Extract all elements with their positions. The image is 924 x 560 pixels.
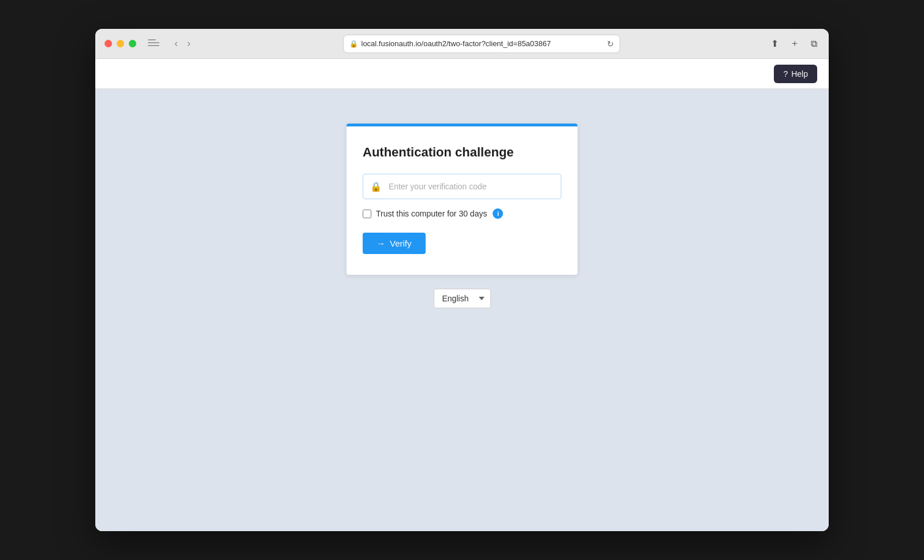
toolbar-right: ⬆ ＋ ⧉ <box>769 35 819 52</box>
address-bar-container: 🔒 local.fusionauth.io/oauth2/two-factor?… <box>201 35 762 53</box>
lock-field-icon: 🔒 <box>363 181 389 192</box>
trust-label[interactable]: Trust this computer for 30 days <box>376 209 487 218</box>
card-body: Authentication challenge 🔒 Trust this co… <box>346 126 578 275</box>
address-bar[interactable]: 🔒 local.fusionauth.io/oauth2/two-factor?… <box>343 35 620 53</box>
auth-card: Authentication challenge 🔒 Trust this co… <box>346 124 578 275</box>
nav-buttons: ‹ › <box>171 35 194 52</box>
tabs-button[interactable]: ⧉ <box>808 36 819 51</box>
verify-button[interactable]: → Verify <box>363 233 426 254</box>
traffic-lights <box>105 40 136 47</box>
browser-window: ‹ › 🔒 local.fusionauth.io/oauth2/two-fac… <box>95 29 829 531</box>
card-title: Authentication challenge <box>363 145 561 160</box>
header-bar: ? Help <box>95 59 829 89</box>
sidebar-toggle-icon <box>148 39 159 46</box>
new-tab-button[interactable]: ＋ <box>788 35 802 52</box>
trust-checkbox-row: Trust this computer for 30 days i <box>363 208 561 219</box>
info-icon[interactable]: i <box>493 208 503 219</box>
lock-icon: 🔒 <box>349 40 358 48</box>
close-traffic-light[interactable] <box>105 40 112 47</box>
help-icon: ? <box>783 69 788 79</box>
sidebar-toggle-button[interactable] <box>148 39 159 48</box>
share-button[interactable]: ⬆ <box>769 36 781 51</box>
help-button[interactable]: ? Help <box>774 65 817 83</box>
verify-arrow-icon: → <box>377 238 385 248</box>
title-bar: ‹ › 🔒 local.fusionauth.io/oauth2/two-fac… <box>95 29 829 59</box>
forward-button[interactable]: › <box>184 35 194 52</box>
back-button[interactable]: ‹ <box>171 35 181 52</box>
content-area: Authentication challenge 🔒 Trust this co… <box>95 89 829 531</box>
refresh-button[interactable]: ↻ <box>607 39 614 48</box>
address-text: local.fusionauth.io/oauth2/two-factor?cl… <box>362 39 603 48</box>
language-select[interactable]: English French German Spanish <box>434 289 491 308</box>
verify-label: Verify <box>390 238 412 248</box>
verification-input[interactable] <box>389 174 561 199</box>
language-selector: English French German Spanish <box>434 289 491 308</box>
maximize-traffic-light[interactable] <box>129 40 136 47</box>
minimize-traffic-light[interactable] <box>117 40 124 47</box>
verification-input-group: 🔒 <box>363 174 561 199</box>
trust-checkbox[interactable] <box>363 210 371 218</box>
help-label: Help <box>791 69 808 79</box>
